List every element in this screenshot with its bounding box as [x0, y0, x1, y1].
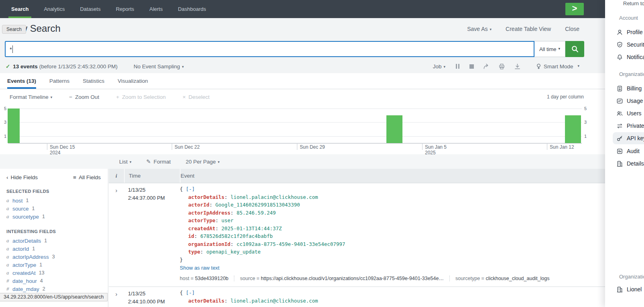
field-name-link[interactable]: actorId	[12, 246, 29, 252]
json-key[interactable]: actorDetails	[188, 194, 230, 200]
all-fields-button[interactable]: All Fields	[73, 174, 101, 180]
pause-job-button[interactable]	[456, 64, 461, 69]
tab-statistics[interactable]: Statistics	[83, 73, 104, 89]
field-name-link[interactable]: createdAt	[12, 270, 36, 276]
sidebar-item-api-keys[interactable]: API keys	[613, 132, 644, 144]
sidebar-item-audit[interactable]: Audit	[616, 145, 644, 157]
json-key[interactable]: id	[188, 233, 200, 239]
field-item[interactable]: ahost1	[0, 196, 108, 205]
event-meta-field[interactable]: sourcehttps://api.clickhouse.cloud/v1/or…	[234, 276, 444, 281]
field-name-link[interactable]: host	[12, 198, 23, 204]
sidebar-item-label: Notifications	[627, 54, 644, 60]
per-page-dropdown[interactable]: 20 Per Page	[186, 159, 220, 165]
tab-patterns[interactable]: Patterns	[49, 73, 69, 89]
json-collapse-link[interactable]: [-]	[186, 290, 195, 296]
nav-item-reports[interactable]: Reports	[108, 0, 142, 18]
format-timeline-dropdown[interactable]: Format Timeline	[10, 94, 52, 100]
json-key[interactable]: createdAt	[188, 225, 221, 231]
column-header-time[interactable]: Time	[124, 169, 180, 183]
timeline-bar[interactable]	[8, 108, 20, 143]
json-value[interactable]: lionel.palacin@clickhouse.com	[230, 298, 318, 304]
json-value[interactable]: user	[221, 217, 234, 223]
timeline-bar[interactable]	[565, 115, 581, 143]
field-name-link[interactable]: actorIpAddress	[12, 254, 49, 260]
nav-item-search[interactable]: Search	[4, 0, 36, 18]
sidebar-item-users[interactable]: Users	[616, 107, 644, 119]
json-value[interactable]: lionel.palacin@clickhouse.com	[230, 194, 318, 200]
json-value[interactable]: cc1092aa-8775-459e-9401-33e54ec07997	[236, 241, 345, 247]
splunk-app-window: Search Analytics Datasets Reports Alerts…	[0, 0, 605, 307]
field-name-link[interactable]: sourcetype	[12, 214, 39, 220]
sidebar-item-profile[interactable]: Profile	[616, 26, 644, 38]
field-name-link[interactable]: actorDetails	[12, 238, 41, 244]
deselect-button[interactable]: Deselect	[183, 94, 209, 100]
tab-events[interactable]: Events (13)	[7, 73, 36, 89]
json-value[interactable]: openapi_key_update	[206, 249, 260, 255]
sidebar-item-security[interactable]: Security	[616, 39, 644, 51]
nav-item-analytics[interactable]: Analytics	[36, 0, 72, 18]
json-key[interactable]: type	[188, 249, 206, 255]
json-key[interactable]: actorIpAddress	[188, 210, 236, 216]
sidebar-item-usage[interactable]: Usage	[616, 95, 644, 107]
save-as-button[interactable]: Save As	[467, 26, 492, 32]
list-view-dropdown[interactable]: List	[119, 159, 132, 165]
field-item[interactable]: aactorId1	[0, 245, 108, 253]
search-input[interactable]: *	[5, 41, 534, 57]
field-name-link[interactable]: actorType	[12, 262, 36, 268]
event-meta-field[interactable]: sourcetypeclickhouse_cloud_audit_logs	[449, 276, 550, 281]
nav-item-datasets[interactable]: Datasets	[72, 0, 108, 18]
show-raw-text-link[interactable]: Show as raw text	[180, 265, 219, 271]
sidebar-item-billing[interactable]: Billing	[616, 82, 644, 94]
json-value[interactable]: 85.246.59.249	[236, 210, 276, 216]
zoom-out-button[interactable]: Zoom Out	[69, 94, 99, 100]
json-value[interactable]: Google_114602629918513043390	[215, 202, 300, 208]
json-collapse-link[interactable]: [-]	[186, 186, 195, 192]
sidebar-item-organization-lionel[interactable]: Lionel	[616, 283, 644, 295]
field-item[interactable]: asource1	[0, 205, 108, 213]
json-key[interactable]: actorType	[188, 217, 221, 223]
zoom-to-selection-button[interactable]: Zoom to Selection	[116, 94, 166, 100]
field-item[interactable]: asourcetype1	[0, 213, 108, 221]
search-button[interactable]	[565, 41, 584, 57]
event-sampling-dropdown[interactable]: No Event Sampling	[134, 63, 184, 70]
field-item[interactable]: #date_mday2	[0, 285, 108, 293]
field-name-link[interactable]: date_mday	[12, 286, 39, 292]
field-name-link[interactable]: date_hour	[12, 278, 37, 284]
field-item[interactable]: aactorIpAddress3	[0, 253, 108, 261]
json-value[interactable]: 2025-01-13T14:44:37Z	[221, 225, 282, 231]
sidebar-item-details[interactable]: Details	[616, 158, 644, 170]
search-mode-dropdown[interactable]: Smart Mode	[536, 63, 579, 70]
json-value[interactable]: 678526d582c1f20fac4babfb	[200, 233, 273, 239]
json-key[interactable]: actorId	[188, 202, 215, 208]
field-name-link[interactable]: source	[12, 206, 29, 212]
tab-visualization[interactable]: Visualization	[118, 73, 148, 89]
format-results-button[interactable]: Format	[146, 158, 171, 165]
field-item[interactable]: aactorType1	[0, 261, 108, 269]
sidebar-item-label: Profile	[627, 29, 643, 35]
expand-event-chevron-icon[interactable]	[116, 188, 118, 194]
event-meta-field[interactable]: host53de4339120b	[180, 276, 228, 281]
timeline-bar[interactable]	[386, 115, 402, 143]
sidebar-item-private-endpoints[interactable]: Private endpoints	[616, 120, 644, 132]
nav-item-dashboards[interactable]: Dashboards	[170, 0, 213, 18]
create-table-view-button[interactable]: Create Table View	[506, 26, 551, 32]
field-item[interactable]: acreatedAt13	[0, 269, 108, 277]
sidebar-item-notifications[interactable]: Notifications	[616, 51, 644, 63]
field-item[interactable]: #date_hour4	[0, 277, 108, 285]
close-button[interactable]: Close	[565, 26, 579, 32]
return-link[interactable]: Return to	[623, 0, 644, 6]
splunk-logo-icon[interactable]: >	[565, 3, 584, 15]
job-menu-button[interactable]: Job	[433, 63, 445, 70]
json-key[interactable]: actorDetails	[188, 298, 230, 304]
expand-event-chevron-icon[interactable]	[116, 291, 118, 297]
time-range-picker[interactable]: All time	[534, 41, 565, 57]
stop-job-button[interactable]	[469, 64, 474, 69]
share-job-button[interactable]	[483, 63, 490, 70]
export-job-button[interactable]	[514, 63, 521, 70]
print-job-button[interactable]	[498, 63, 505, 70]
field-item[interactable]: aactorDetails1	[0, 237, 108, 245]
json-key[interactable]: organizationId	[188, 241, 236, 247]
hide-fields-button[interactable]: Hide Fields	[6, 174, 38, 180]
nav-item-alerts[interactable]: Alerts	[142, 0, 170, 18]
chart-gridline	[8, 108, 582, 109]
